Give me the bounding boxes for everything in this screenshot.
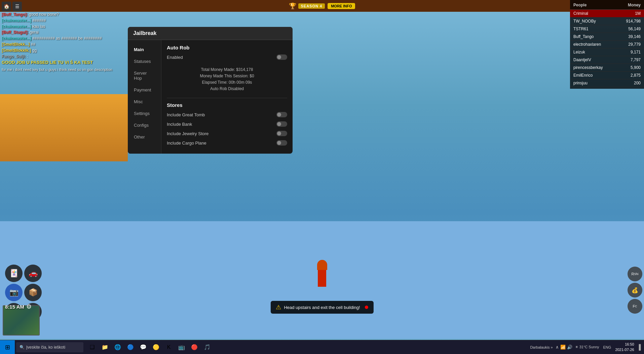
- stats-area: Total Money Made: $314,178 Money Made Th…: [167, 65, 287, 94]
- tb-record[interactable]: 🔴: [188, 341, 200, 353]
- enabled-toggle[interactable]: [276, 54, 287, 60]
- tb-taskview[interactable]: ❑: [86, 341, 98, 353]
- inv-item-cards[interactable]: 🃏: [5, 265, 23, 282]
- time-area: 8:15 AM ⚙: [5, 303, 32, 310]
- modal-nav: Main Statuses Server Hop Payment Misc Se…: [128, 40, 161, 154]
- clock-time: 16:50: [615, 342, 634, 347]
- tb-chrome2[interactable]: 🟡: [150, 341, 162, 353]
- modal-title: Jailbreak: [133, 30, 156, 36]
- modal-body: Main Statuses Server Hop Payment Misc Se…: [128, 40, 293, 154]
- bank-label: Include Bank: [167, 122, 192, 127]
- chat-message-1: [Buff_Tango]: good now bone?: [2, 12, 128, 17]
- trophy-icon: 🏆: [289, 2, 296, 10]
- chat-description: for me i dont need key but u guys i thin…: [2, 67, 128, 72]
- modal-header: Jailbreak: [128, 27, 293, 40]
- jewelry-toggle[interactable]: [276, 131, 287, 136]
- lb-row-4: electrohaxlaren 29,779: [570, 41, 644, 48]
- tray-active-app: Darbalaukis »: [530, 345, 553, 349]
- search-placeholder-text: Įveskite čia, ko ieškoti: [26, 345, 65, 350]
- enabled-label: Enabled: [167, 55, 183, 60]
- tooltip-text: Head upstairs and exit the cell building…: [284, 305, 360, 310]
- tray-weather: ☀ 31°C Sunny: [575, 345, 599, 349]
- session-money-stat: Money Made This Session: $0: [167, 74, 287, 78]
- game-platform: [0, 94, 128, 161]
- lb-people-col: People: [573, 3, 586, 7]
- clock-area[interactable]: 16:50 2021-07-26: [615, 342, 634, 352]
- taskbar-search[interactable]: 🔍 Įveskite čia, ko ieškoti: [16, 342, 83, 352]
- lb-row-9: prinsjuu 200: [570, 79, 644, 87]
- nav-main[interactable]: Main: [129, 44, 160, 55]
- home-icon[interactable]: 🏠: [2, 2, 11, 11]
- start-button[interactable]: ⊞: [0, 340, 15, 354]
- chat-message-6: [SmeltBlokk...] ##: [2, 42, 128, 47]
- total-money-stat: Total Money Made: $314,178: [167, 67, 287, 72]
- great-tomb-toggle[interactable]: [276, 112, 287, 117]
- tb-filemanager[interactable]: 📁: [99, 341, 111, 353]
- lb-row-criminal: Criminal 1M: [570, 10, 644, 17]
- nav-configs[interactable]: Configs: [129, 120, 160, 131]
- tb-app2[interactable]: 🎵: [201, 341, 213, 353]
- bank-toggle[interactable]: [276, 121, 287, 127]
- leaderboard: People Money Criminal 1M TW_NOOBy 914,79…: [570, 0, 644, 89]
- great-tomb-label: Include Great Tomb: [167, 112, 205, 117]
- chat-message-7: [SmeltBlokklk:] gg: [2, 48, 128, 53]
- game-tooltip: ⚠ Head upstairs and exit the cell buildi…: [270, 301, 373, 314]
- inv-row-2: 📷 📦: [5, 284, 42, 301]
- chat-message-3: [chainmaster...] kau las: [2, 24, 128, 30]
- nav-statuses[interactable]: Statuses: [129, 56, 160, 67]
- lb-row-2: TSTR61 56,149: [570, 25, 644, 33]
- tray-network[interactable]: 📶: [560, 345, 566, 350]
- chat-message-2: [chainmaster...] ######: [2, 18, 128, 24]
- modal-content-area: Auto Rob Enabled Total Money Made: $314,…: [161, 40, 293, 154]
- tray-icons: ∧ 📶 🔊: [556, 345, 572, 350]
- nav-server-hop[interactable]: Server Hop: [129, 68, 160, 84]
- tb-klite[interactable]: K: [163, 341, 175, 353]
- more-info-button[interactable]: MORE INFO: [328, 3, 355, 9]
- nav-other[interactable]: Other: [129, 131, 160, 143]
- menu-icon[interactable]: ☰: [12, 2, 22, 11]
- tb-app1[interactable]: 📺: [176, 341, 188, 353]
- nav-settings[interactable]: Settings: [129, 108, 160, 119]
- chat-message-5: [chainmaster...] ########## as ####### b…: [2, 36, 128, 41]
- settings-gear-icon[interactable]: ⚙: [26, 303, 32, 310]
- lb-money-col: Money: [628, 3, 641, 7]
- tray-arrow[interactable]: ∧: [556, 345, 559, 350]
- tb-chrome[interactable]: 🔵: [124, 341, 137, 353]
- tray-sound[interactable]: 🔊: [567, 345, 572, 350]
- inv-item-box[interactable]: 📦: [24, 284, 42, 301]
- tb-browser-edge[interactable]: 🌐: [112, 341, 124, 353]
- hud-btn-r[interactable]: RShi: [628, 267, 642, 281]
- warning-icon: ⚠: [276, 304, 281, 311]
- chat-box: [Buff_Tango]: good now bone? [chainmaste…: [2, 12, 128, 72]
- cargo-row: Include Cargo Plane: [167, 140, 287, 146]
- hud-btn-f[interactable]: FC: [628, 299, 642, 314]
- nav-payment[interactable]: Payment: [129, 84, 160, 95]
- taskbar: ⊞ 🔍 Įveskite čia, ko ieškoti ❑ 📁 🌐 🔵 💬 🟡…: [0, 340, 644, 354]
- auto-rob-title: Auto Rob: [167, 45, 287, 50]
- taskbar-right: Darbalaukis » ∧ 📶 🔊 ☀ 31°C Sunny ENG 16:…: [527, 340, 644, 354]
- cargo-toggle[interactable]: [276, 140, 287, 146]
- tooltip-dot: [365, 306, 368, 309]
- top-hud: 🏆 SEASON 4 MORE INFO •••: [0, 0, 644, 12]
- time-display: 8:15 AM: [5, 304, 24, 310]
- season-badge: SEASON 4: [298, 3, 325, 9]
- elapsed-time-stat: Elapsed Time: 00h 00m 09s: [167, 80, 287, 85]
- nav-misc[interactable]: Misc: [129, 96, 160, 107]
- show-desktop-btn[interactable]: ▐: [637, 344, 641, 350]
- game-character: [317, 260, 327, 287]
- chat-message-4: [Buff_Stugul]: gerai: [2, 30, 128, 35]
- hud-btn-coins[interactable]: 💰: [628, 283, 642, 298]
- tray-language: ENG: [603, 345, 611, 349]
- search-icon: 🔍: [20, 345, 25, 350]
- lb-header: People Money: [570, 2, 644, 10]
- inv-item-car[interactable]: 🚗: [24, 265, 42, 282]
- enabled-row: Enabled: [167, 54, 287, 61]
- lb-money-criminal: 1M: [635, 11, 641, 16]
- tb-discord[interactable]: 💬: [137, 341, 149, 353]
- lb-name-criminal: Criminal: [573, 11, 588, 16]
- jewelry-label: Include Jewelry Store: [167, 131, 209, 136]
- clock-date: 2021-07-26: [615, 347, 634, 352]
- divider: [167, 98, 287, 98]
- lb-row-5: Leizuk 9,171: [570, 48, 644, 56]
- inv-item-camera[interactable]: 📷: [5, 284, 23, 301]
